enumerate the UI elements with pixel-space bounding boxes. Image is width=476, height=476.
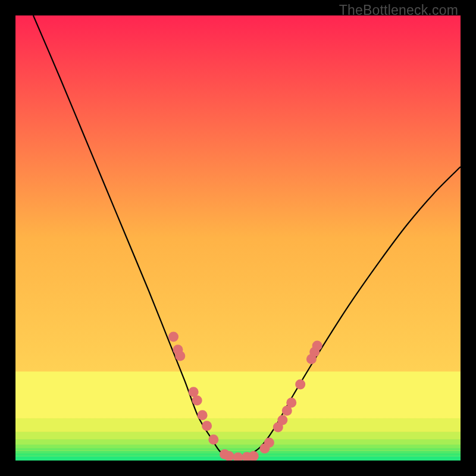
- data-point: [233, 452, 243, 461]
- data-point: [295, 380, 305, 390]
- data-point: [312, 341, 322, 351]
- plot-area: [15, 15, 461, 461]
- scatter-points: [168, 332, 322, 461]
- data-point: [175, 351, 185, 361]
- data-point: [286, 397, 296, 408]
- data-point: [264, 438, 274, 448]
- data-point: [202, 421, 212, 431]
- data-point: [277, 415, 287, 425]
- data-point: [168, 332, 178, 342]
- data-point: [198, 410, 208, 420]
- data-point: [249, 451, 259, 461]
- chart-frame: TheBottleneck.com: [0, 0, 476, 476]
- left-curve: [33, 15, 238, 461]
- curve-layer: [15, 15, 461, 461]
- data-point: [192, 396, 202, 406]
- data-point: [208, 434, 218, 444]
- right-curve: [238, 167, 461, 461]
